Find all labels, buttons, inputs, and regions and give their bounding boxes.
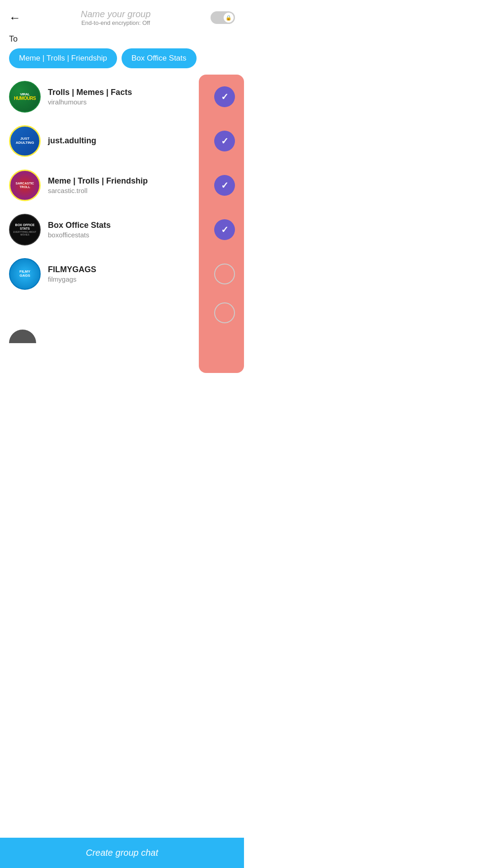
- check-icon: ✓: [221, 224, 229, 235]
- list-item[interactable]: [0, 296, 244, 330]
- avatar: VIRAL HUMOURS: [9, 81, 41, 113]
- list-item[interactable]: JUSTADULTING just.adulting ✓: [0, 119, 244, 163]
- item-info: FILMYGAGS filmygags: [48, 265, 214, 283]
- check-circle-selected[interactable]: ✓: [214, 86, 235, 107]
- item-info: Meme | Trolls | Friendship sarcastic.tro…: [48, 176, 214, 194]
- check-icon: ✓: [221, 180, 229, 191]
- list-item[interactable]: FILMYGAGS FILMYGAGS filmygags: [0, 252, 244, 296]
- check-icon: ✓: [221, 91, 229, 102]
- item-name: Meme | Trolls | Friendship: [48, 176, 214, 186]
- avatar-partial: [9, 330, 36, 343]
- item-handle: boxofficestats: [48, 231, 214, 239]
- item-handle: sarcastic.troll: [48, 187, 214, 194]
- item-name: just.adulting: [48, 136, 214, 146]
- avatar: FILMYGAGS: [9, 258, 41, 290]
- item-info: Trolls | Memes | Facts viralhumours: [48, 88, 214, 106]
- avatar: SARCASTICTROLL: [9, 170, 41, 201]
- avatar: JUSTADULTING: [9, 125, 41, 157]
- group-name-input[interactable]: Name your group: [21, 9, 211, 19]
- item-info: just.adulting: [48, 136, 214, 146]
- check-circle-unselected[interactable]: [214, 264, 235, 284]
- check-icon: ✓: [221, 136, 229, 146]
- encryption-status: End-to-end encryption: Off: [21, 19, 211, 26]
- avatar: BOX OFFICESTATS EVERYTHING ABOUT MOVIES: [9, 214, 41, 245]
- toggle-track[interactable]: [211, 11, 235, 24]
- toggle-thumb: [224, 13, 234, 23]
- check-circle-selected[interactable]: ✓: [214, 219, 235, 240]
- item-handle: viralhumours: [48, 98, 214, 106]
- chips-row: Meme | Trolls | Friendship Box Office St…: [9, 48, 235, 68]
- to-section: To Meme | Trolls | Friendship Box Office…: [0, 31, 244, 75]
- header: ← Name your group End-to-end encryption:…: [0, 0, 244, 31]
- check-circle-unselected[interactable]: [214, 302, 235, 323]
- item-info: Box Office Stats boxofficestats: [48, 221, 214, 239]
- contacts-list: VIRAL HUMOURS Trolls | Memes | Facts vir…: [0, 75, 244, 379]
- item-name: Box Office Stats: [48, 221, 214, 230]
- encryption-toggle[interactable]: [211, 11, 235, 24]
- item-name: Trolls | Memes | Facts: [48, 88, 214, 97]
- chip-box-office[interactable]: Box Office Stats: [122, 48, 197, 68]
- item-name: FILMYGAGS: [48, 265, 214, 274]
- list-item[interactable]: SARCASTICTROLL Meme | Trolls | Friendshi…: [0, 163, 244, 208]
- list-item[interactable]: BOX OFFICESTATS EVERYTHING ABOUT MOVIES …: [0, 208, 244, 252]
- list-item[interactable]: VIRAL HUMOURS Trolls | Memes | Facts vir…: [0, 75, 244, 119]
- back-button[interactable]: ←: [9, 11, 21, 25]
- check-circle-selected[interactable]: ✓: [214, 131, 235, 151]
- to-label: To: [9, 34, 235, 44]
- header-center: Name your group End-to-end encryption: O…: [21, 9, 211, 26]
- check-circle-selected[interactable]: ✓: [214, 175, 235, 196]
- item-handle: filmygags: [48, 275, 214, 283]
- chip-meme-trolls[interactable]: Meme | Trolls | Friendship: [9, 48, 117, 68]
